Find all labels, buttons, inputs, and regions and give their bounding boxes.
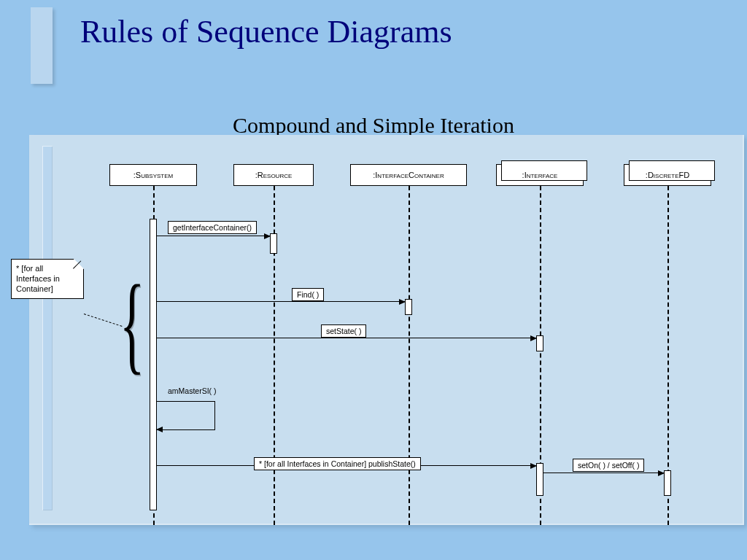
msg-label: setOn( ) / setOff( ): [573, 459, 644, 472]
activation-interface-1: [536, 335, 543, 351]
iteration-note: * [for all Interfaces in Container]: [11, 259, 84, 299]
participant-interface: :Interface: [496, 164, 584, 186]
msg-set-on-off: [543, 472, 664, 473]
sequence-diagram: :Subsystem :Resource :InterfaceContainer…: [29, 135, 744, 525]
msg-label: setState( ): [321, 324, 366, 338]
participant-label: :InterfaceContainer: [373, 171, 444, 179]
title-accent-bar: [31, 7, 53, 84]
msg-am-master-si: [157, 401, 215, 430]
msg-set-state: [157, 338, 536, 338]
page-subtitle: Compound and Simple Iteration: [233, 113, 514, 138]
msg-label: amMasterSI( ): [168, 386, 217, 395]
participant-subsystem: :Subsystem: [109, 164, 197, 186]
activation-resource: [270, 233, 277, 254]
participant-label: :Interface: [522, 171, 558, 179]
participant-label: :DiscreteFD: [646, 171, 689, 179]
activation-interface-container-1: [405, 299, 412, 315]
activation-subsystem: [150, 219, 157, 510]
msg-get-interface-container: [157, 236, 270, 236]
msg-find: [157, 301, 405, 302]
note-text: * [for all Interfaces in Container]: [16, 264, 60, 293]
participant-label: :Subsystem: [133, 171, 173, 179]
participant-interface-container: :InterfaceContainer: [350, 164, 467, 186]
page-title: Rules of Sequence Diagrams: [80, 13, 452, 50]
msg-label: getInterfaceContainer(): [168, 221, 257, 234]
participant-label: :Resource: [255, 171, 293, 179]
msg-label: Find( ): [292, 288, 324, 301]
msg-label: * [for all Interfaces in Container] publ…: [254, 457, 421, 470]
activation-discrete-fd: [664, 470, 671, 496]
activation-interface-2: [536, 463, 543, 496]
participant-discrete-fd: :DiscreteFD: [624, 164, 711, 186]
note-anchor-line: [84, 314, 123, 327]
participant-resource: :Resource: [233, 164, 314, 186]
lifeline-interface-container: [409, 186, 410, 525]
